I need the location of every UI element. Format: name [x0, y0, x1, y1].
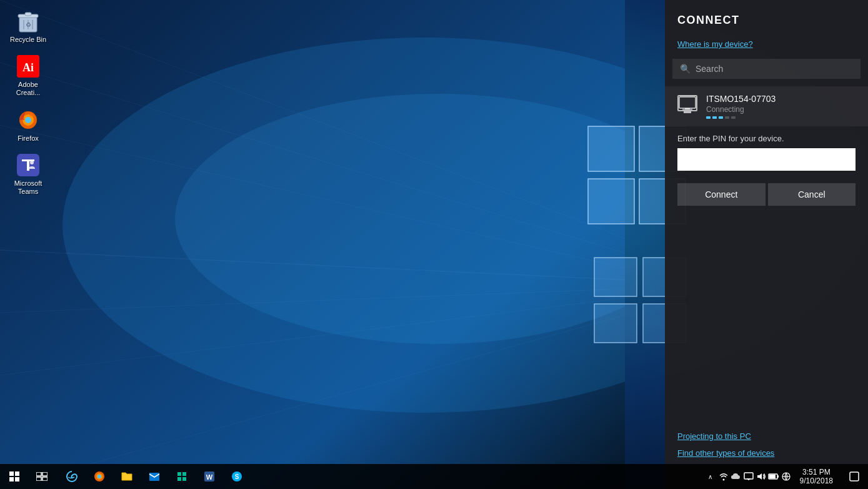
tray-chevron[interactable]: ∧ [704, 464, 717, 489]
svg-rect-66 [850, 472, 859, 481]
find-other-devices-link[interactable]: Find other types of devices [677, 448, 856, 458]
svg-text:W: W [206, 473, 213, 481]
adobe-image: Ai [16, 54, 41, 79]
svg-rect-41 [36, 472, 41, 476]
tray-language-icon[interactable] [780, 470, 792, 483]
svg-rect-44 [42, 477, 47, 481]
svg-rect-51 [177, 477, 181, 481]
explorer-taskbar-icon[interactable] [113, 464, 141, 489]
svg-text:Ai: Ai [22, 61, 34, 74]
cancel-button[interactable]: Cancel [768, 183, 856, 206]
desktop-icons: ♻ Recycle Bin Ai Adobe Creati... [6, 6, 50, 198]
svg-point-57 [722, 479, 724, 481]
outlook-taskbar-icon[interactable] [141, 464, 168, 489]
search-icon: 🔍 [680, 64, 691, 74]
svg-point-29 [25, 117, 31, 123]
firefox-icon[interactable]: Firefox [6, 105, 50, 145]
svg-rect-37 [9, 471, 14, 476]
svg-rect-62 [769, 475, 776, 478]
svg-rect-32 [27, 159, 29, 171]
dot-5 [731, 116, 736, 119]
device-list-item[interactable]: ITSMO154-07703 Connecting [665, 86, 868, 126]
svg-rect-42 [42, 472, 47, 476]
tray-display-icon[interactable] [742, 470, 755, 483]
adobe-creative-icon[interactable]: Ai Adobe Creati... [6, 51, 50, 99]
projecting-to-pc-link[interactable]: Projecting to this PC [677, 431, 856, 441]
notification-center-button[interactable] [841, 464, 868, 489]
svg-text:♻: ♻ [26, 21, 31, 28]
connect-buttons: Connect Cancel [665, 178, 868, 213]
word-taskbar-icon[interactable]: W [196, 464, 223, 489]
svg-rect-58 [744, 473, 753, 479]
svg-rect-43 [36, 477, 41, 481]
search-input[interactable] [696, 64, 853, 74]
pin-section: Enter the PIN for your device. [665, 129, 868, 178]
svg-rect-14 [594, 258, 637, 296]
svg-rect-12 [588, 179, 634, 224]
skype-taskbar-icon[interactable]: S [223, 464, 251, 489]
taskbar-app-icons: W S [58, 464, 251, 489]
clock-time: 3:51 PM [802, 468, 831, 476]
device-info: ITSMO154-07703 Connecting [706, 94, 856, 119]
tray-volume-icon[interactable] [755, 470, 767, 483]
device-status: Connecting [706, 105, 856, 114]
svg-rect-10 [588, 126, 634, 171]
svg-rect-20 [25, 13, 31, 16]
edge-taskbar-icon[interactable] [58, 464, 86, 489]
connect-search-bar[interactable]: 🔍 [672, 59, 861, 79]
system-tray: ∧ [704, 464, 868, 489]
svg-rect-40 [15, 477, 19, 481]
svg-point-47 [97, 475, 101, 478]
tray-battery-icon[interactable] [767, 470, 780, 483]
svg-rect-39 [9, 477, 14, 481]
pin-label: Enter the PIN for your device. [677, 134, 856, 143]
connect-panel: CONNECT Where is my device? 🔍 ITSMO154-0… [665, 0, 868, 489]
connection-dots [706, 116, 856, 119]
tray-network-icon[interactable] [717, 470, 730, 483]
device-monitor-icon [677, 95, 697, 111]
firefox-image [16, 108, 41, 133]
recycle-bin-label: Recycle Bin [10, 36, 46, 44]
start-button[interactable] [0, 464, 28, 489]
adobe-label: Adobe Creati... [9, 81, 47, 97]
teams-label: Microsoft Teams [9, 179, 47, 196]
svg-rect-49 [177, 472, 181, 476]
svg-text:S: S [235, 473, 239, 480]
teams-image [16, 153, 41, 178]
clock-date: 9/10/2018 [800, 476, 833, 485]
teams-icon[interactable]: Microsoft Teams [6, 150, 50, 198]
svg-rect-34 [679, 97, 696, 108]
dot-3 [719, 116, 723, 119]
connect-button[interactable]: Connect [677, 183, 766, 206]
firefox-taskbar-icon[interactable] [86, 464, 113, 489]
recycle-bin-image: ♻ [16, 9, 41, 34]
apps-taskbar-icon[interactable] [168, 464, 196, 489]
svg-rect-63 [777, 475, 779, 478]
dot-1 [706, 116, 711, 119]
svg-rect-50 [182, 472, 186, 476]
taskbar: W S ∧ [0, 464, 868, 489]
dot-4 [725, 116, 729, 119]
connect-title: CONNECT [665, 0, 868, 34]
firefox-label: Firefox [17, 134, 39, 143]
dot-2 [712, 116, 717, 119]
wallpaper-lines [0, 0, 625, 489]
pin-input[interactable] [677, 148, 856, 171]
svg-point-33 [30, 161, 34, 164]
device-name: ITSMO154-07703 [706, 94, 856, 104]
svg-rect-16 [594, 304, 637, 343]
bottom-links: Projecting to this PC Find other types o… [665, 431, 868, 458]
recycle-bin-icon[interactable]: ♻ Recycle Bin [6, 6, 50, 46]
svg-rect-38 [15, 471, 19, 476]
clock[interactable]: 3:51 PM 9/10/2018 [792, 464, 841, 489]
svg-rect-52 [182, 477, 186, 481]
where-is-my-device-link[interactable]: Where is my device? [665, 34, 868, 54]
task-view-button[interactable] [28, 464, 56, 489]
tray-cloud-icon[interactable] [730, 470, 742, 483]
